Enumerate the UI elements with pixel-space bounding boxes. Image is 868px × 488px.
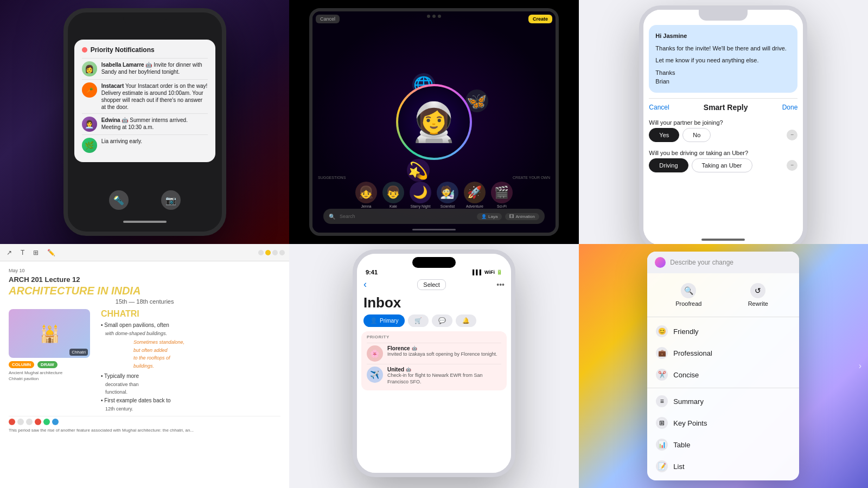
suggestion-6[interactable]: 🎬 Sci-Fi: [491, 182, 513, 208]
panel-notes-architecture: ↗ T ⊞ ✏️ May 10 ARCH 201 Lecture 12 ARCH…: [0, 244, 289, 488]
suggestion-1[interactable]: 👧 Jenna: [355, 182, 377, 208]
suggestions-row: 👧 Jenna 👦 Kale 🌙 Starry Night 🧑‍🔬 Scient…: [312, 182, 556, 208]
notes-subheading: 15th — 18th centuries: [9, 298, 280, 305]
mail-item-florence[interactable]: 🌸 Florence 🤖 Invited to izakaya soft ope…: [367, 343, 501, 364]
avatar-isabella: 👩: [82, 61, 97, 76]
summary-label: Summary: [673, 397, 704, 406]
tab-shopping[interactable]: 🛒: [408, 314, 429, 327]
professional-label: Professional: [673, 349, 712, 357]
cancel-button[interactable]: Cancel: [649, 104, 669, 111]
notes-toolbar: ↗ T ⊞ ✏️: [0, 244, 289, 261]
ai-sparkle-icon: [655, 257, 666, 268]
suggestion-label-6: Sci-Fi: [497, 204, 507, 208]
avatar-instacart: 🥕: [82, 82, 97, 98]
ai-tag-united: 🤖: [406, 367, 411, 372]
chip-laya[interactable]: 👤 Laya: [477, 213, 502, 220]
email-text: Hi Jasmine Thanks for the invite! We'll …: [655, 31, 791, 86]
category-dots: [9, 419, 59, 425]
inbox-title: Inbox: [357, 292, 511, 314]
more-button[interactable]: •••: [496, 280, 505, 289]
primary-tab-icon: 👤: [370, 317, 378, 324]
suggestion-emoji-3: 🌙: [410, 182, 431, 203]
ai-tag-florence: 🤖: [412, 346, 417, 351]
dot-5: [43, 419, 50, 425]
toolbar-image-icon: ⊞: [31, 248, 41, 258]
dot-4: [35, 419, 41, 425]
key-points-option[interactable]: ⊞ Key Points: [647, 412, 799, 434]
concise-icon: ✂️: [656, 369, 668, 381]
chip-animation[interactable]: 🎞 Animation: [505, 213, 539, 220]
suggestion-5[interactable]: 🚀 Adventure: [464, 182, 486, 208]
concise-label: Concise: [673, 371, 699, 379]
q2-dismiss-button[interactable]: −: [787, 160, 797, 171]
chhatri-pavilion-label: Chhatri pavilion: [9, 376, 95, 381]
list-label: List: [673, 463, 684, 471]
wifi-icon: WiFi: [484, 269, 495, 275]
proofread-button[interactable]: 🔍 Proofread: [654, 279, 723, 311]
rewrite-button[interactable]: ↺ Rewrite: [723, 279, 793, 311]
genmoji-emoji: 👩‍🚀: [398, 86, 470, 158]
list-option[interactable]: 📝 List: [647, 455, 799, 477]
q1-yes-button[interactable]: Yes: [649, 128, 679, 142]
q2-options: Driving Taking an Uber −: [649, 158, 797, 172]
describe-placeholder-text: Describe your change: [670, 259, 733, 266]
rewrite-label: Rewrite: [748, 300, 768, 307]
mail-item-united[interactable]: ✈️ United 🤖 Check-in for flight to Newar…: [367, 364, 501, 387]
professional-option[interactable]: 💼 Professional: [647, 342, 799, 364]
signal-icon: ▌▌▌: [473, 269, 483, 275]
dot-red: [9, 419, 15, 425]
done-button[interactable]: Done: [782, 104, 798, 111]
summary-icon: ≡: [656, 395, 668, 407]
select-button[interactable]: Select: [417, 279, 446, 290]
dynamic-island: [412, 257, 456, 268]
ipad-create-btn[interactable]: Create: [528, 15, 552, 23]
draw-badge: Draw: [37, 361, 57, 368]
notif-text-instacart: Instacart Your Instacart order is on the…: [101, 82, 208, 111]
priority-section: PRIORITY 🌸 Florence 🤖 Invited to izakaya…: [361, 331, 507, 390]
suggestion-4[interactable]: 🧑‍🔬 Scientist: [437, 182, 458, 208]
genmoji-ring: 👩‍🚀: [396, 84, 472, 160]
status-icons: ▌▌▌ WiFi 🔋: [473, 269, 502, 275]
summary-option[interactable]: ≡ Summary: [647, 390, 799, 412]
avatar-edwina: 👩‍💼: [82, 117, 97, 132]
q1-no-button[interactable]: No: [682, 128, 711, 142]
notes-handwriting: • Small open pavilions, often with dome-…: [101, 321, 280, 413]
notes-bottom-row: [9, 416, 280, 427]
iphone-screen-mail: 9:41 ▌▌▌ WiFi 🔋 ‹ Select ••• Inbox 👤 Pri…: [357, 254, 511, 473]
suggestion-emoji-5: 🚀: [464, 182, 486, 203]
suggestion-2[interactable]: 👦 Kale: [382, 182, 404, 208]
tab-primary[interactable]: 👤 Primary: [363, 314, 405, 327]
profile-chips: 👤 Laya 🎞 Animation: [477, 213, 539, 220]
toolbar-pen-icon: ✏️: [45, 248, 58, 258]
q2-driving-button[interactable]: Driving: [649, 158, 688, 172]
concise-option[interactable]: ✂️ Concise: [647, 364, 799, 386]
notif-header: Priority Notifications: [82, 46, 208, 54]
social-tab-icon: 💬: [438, 317, 446, 324]
friendly-option[interactable]: 😊 Friendly: [647, 320, 799, 342]
flashlight-button[interactable]: 🔦: [109, 190, 129, 210]
notif-text-lia: Lia arriving early.: [101, 138, 142, 145]
toolbar-diagonal-icon: ↗: [4, 248, 14, 258]
toolbar-dots: [258, 250, 285, 255]
describe-bar[interactable]: Describe your change: [647, 252, 799, 273]
ipad-search-bar[interactable]: 🔍 Search 👤 Laya 🎞 Animation: [323, 209, 545, 224]
ipad-screen: Cancel Create 🌐 🦋 💫 👩‍🚀: [312, 11, 556, 233]
suggestion-3[interactable]: 🌙 Starry Night: [410, 182, 431, 208]
back-button[interactable]: ‹: [363, 279, 367, 290]
email-greeting: Hi Jasmine: [655, 31, 791, 41]
camera-button[interactable]: 📷: [161, 190, 181, 210]
ipad-cancel-btn[interactable]: Cancel: [316, 15, 340, 23]
dot-yellow: [265, 250, 271, 255]
tab-social[interactable]: 💬: [432, 314, 452, 327]
email-bubble: Hi Jasmine Thanks for the invite! We'll …: [649, 25, 797, 93]
iphone-frame-priority: Priority Notifications 👩 Isabella Lamarr…: [63, 8, 226, 236]
q1-dismiss-button[interactable]: −: [787, 130, 797, 140]
dot-gray-3: [279, 250, 285, 255]
list-icon: 📝: [656, 460, 668, 472]
tab-notifications[interactable]: 🔔: [456, 314, 476, 327]
q2-uber-button[interactable]: Taking an Uber: [692, 158, 752, 172]
iphone-home-indicator-tr: [701, 239, 745, 241]
suggestion-label-3: Starry Night: [411, 204, 431, 208]
table-option[interactable]: 📊 Table: [647, 434, 799, 455]
divider: [647, 388, 799, 388]
